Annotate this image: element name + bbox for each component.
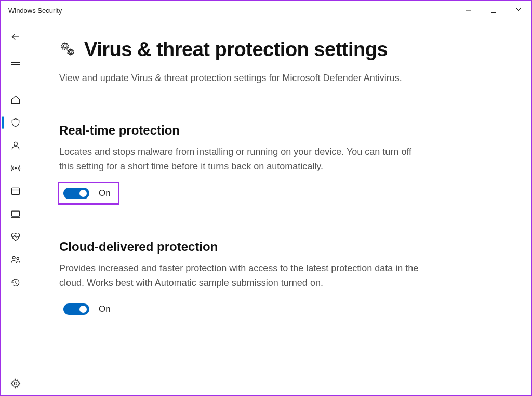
svg-point-6 <box>15 167 16 169</box>
maximize-button[interactable] <box>481 1 506 20</box>
page-subtitle: View and update Virus & threat protectio… <box>59 71 423 86</box>
svg-point-5 <box>14 142 18 146</box>
svg-rect-7 <box>12 188 20 194</box>
sidebar-item-account[interactable] <box>1 134 30 157</box>
gears-icon <box>59 41 76 59</box>
back-button[interactable] <box>1 23 30 51</box>
main-content: Virus & threat protection settings View … <box>30 20 531 395</box>
cloud-title: Cloud-delivered protection <box>59 240 495 254</box>
sidebar-item-family[interactable] <box>1 248 30 271</box>
svg-point-15 <box>70 50 72 53</box>
history-icon <box>10 278 21 288</box>
svg-rect-1 <box>491 8 496 13</box>
gear-icon <box>10 378 21 389</box>
cloud-toggle-row: On <box>59 299 118 319</box>
heart-pulse-icon <box>10 232 21 242</box>
svg-rect-9 <box>12 211 20 216</box>
sidebar-item-app-browser[interactable] <box>1 180 30 203</box>
close-button[interactable] <box>506 1 531 20</box>
sidebar-item-settings[interactable] <box>1 372 30 395</box>
window-title: Windows Security <box>8 7 62 15</box>
minimize-button[interactable] <box>456 1 481 20</box>
account-icon <box>10 140 21 151</box>
sidebar-item-device-security[interactable] <box>1 203 30 226</box>
sidebar-item-firewall[interactable] <box>1 157 30 180</box>
svg-point-13 <box>15 382 17 385</box>
realtime-title: Real-time protection <box>59 123 495 138</box>
device-icon <box>10 209 21 219</box>
page-title: Virus & threat protection settings <box>84 38 388 61</box>
home-icon <box>10 95 21 105</box>
toggle-knob <box>79 190 87 197</box>
shield-icon <box>10 117 21 128</box>
realtime-toggle[interactable] <box>63 188 89 199</box>
svg-point-14 <box>63 45 66 48</box>
hamburger-icon <box>11 62 20 68</box>
sidebar-item-virus-threat[interactable] <box>1 111 30 134</box>
svg-point-11 <box>12 256 15 259</box>
svg-point-12 <box>17 257 19 259</box>
cloud-toggle[interactable] <box>63 303 89 315</box>
titlebar: Windows Security <box>1 1 531 20</box>
hamburger-menu[interactable] <box>1 51 30 79</box>
sidebar <box>1 20 30 395</box>
realtime-desc: Locates and stops malware from installin… <box>59 145 423 174</box>
app-browser-icon <box>10 186 21 196</box>
sidebar-item-device-performance[interactable] <box>1 226 30 248</box>
cloud-desc: Provides increased and faster protection… <box>59 261 423 291</box>
family-icon <box>10 255 21 265</box>
toggle-knob <box>79 306 87 313</box>
cloud-toggle-label: On <box>99 304 111 314</box>
sidebar-item-home[interactable] <box>1 88 30 111</box>
realtime-toggle-label: On <box>99 188 111 199</box>
realtime-toggle-row: On <box>59 183 118 203</box>
antenna-icon <box>10 163 21 174</box>
sidebar-item-history[interactable] <box>1 271 30 294</box>
